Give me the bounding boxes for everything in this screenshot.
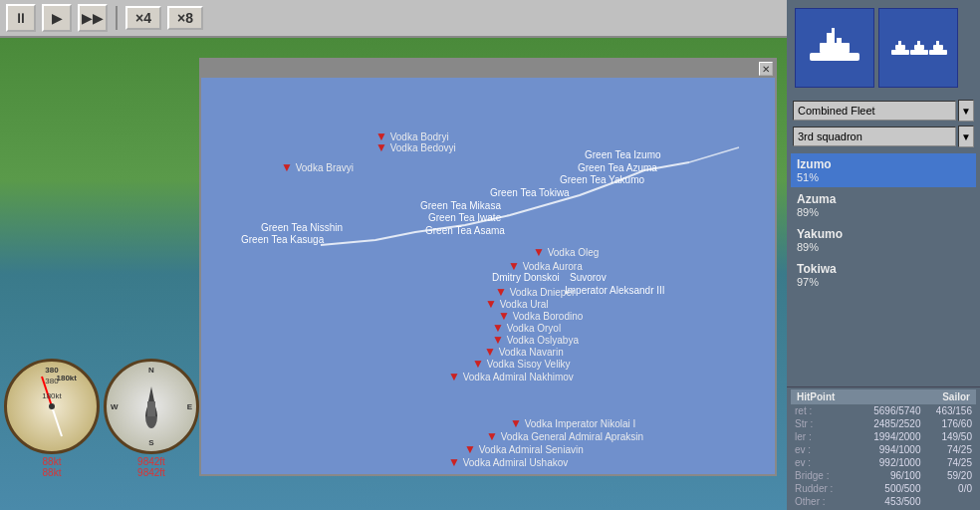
altitude-display-1: 9842ft	[137, 456, 165, 467]
ship-imperator-aleksandr: Imperator Aleksandr III	[565, 285, 665, 296]
speed-display-1: 88kt	[43, 456, 62, 467]
svg-rect-10	[810, 53, 859, 61]
svg-rect-22	[933, 45, 943, 50]
svg-rect-17	[898, 41, 901, 45]
map-close-button[interactable]: ✕	[759, 62, 773, 76]
svg-rect-23	[936, 41, 939, 45]
svg-line-4	[689, 147, 739, 162]
speed-x8-label[interactable]: ×8	[167, 6, 203, 30]
instruments-panel: 380 180kt 380 180kt 88kt 88kt N S E W	[0, 351, 209, 510]
toolbar: ⏸ ▶ ▶▶ ×4 ×8	[0, 0, 787, 38]
ship-icons-row	[787, 0, 980, 96]
stats-row-bridge: Bridge : 96/100 59/20	[791, 469, 976, 482]
map-canvas[interactable]: ▼ Vodka Bodryi ▼ Vodka Bedovyi ▼ Vodka B…	[201, 78, 775, 474]
dropdowns-section: Combined Fleet ▼ 3rd squadron ▼	[787, 96, 980, 151]
svg-rect-11	[820, 43, 850, 53]
ship-green-tea-azuma: Green Tea Azuma	[578, 162, 657, 173]
stats-row-ev1: ev : 994/1000 74/25	[791, 443, 976, 456]
stats-row-other: Other : 453/500	[791, 495, 976, 508]
pause-button[interactable]: ⏸	[6, 4, 36, 32]
stats-row-str: Str : 2485/2520 176/60	[791, 417, 976, 430]
tactical-map: ✕ ▼ Vodka Bodryi ▼ Vodka Bedovyi ▼ Vodka…	[199, 58, 777, 476]
ship-vodka-seniavin: ▼ Vodka Admiral Seniavin	[464, 442, 584, 456]
play-button[interactable]: ▶	[42, 4, 72, 32]
ship-list-item-tokiwa[interactable]: Tokiwa 97%	[791, 258, 976, 292]
ship-green-tea-yakumo: Green Tea Yakumo	[560, 174, 644, 185]
fast-forward-button[interactable]: ▶▶	[78, 4, 108, 32]
svg-line-6	[52, 406, 62, 436]
stats-row-ev2: ev : 992/1000 74/25	[791, 456, 976, 469]
ship-vodka-aurora: ▼ Vodka Aurora	[508, 259, 583, 273]
svg-rect-21	[929, 50, 947, 55]
ship-vodka-nikolai: ▼ Vodka Imperator Nikolai I	[510, 416, 635, 430]
fleet-dropdown-row: Combined Fleet ▼	[793, 100, 974, 122]
svg-rect-12	[827, 33, 835, 43]
svg-rect-9	[147, 401, 155, 416]
svg-rect-20	[917, 41, 920, 45]
stats-row-ret: ret : 5696/5740 463/156	[791, 404, 976, 417]
fleet-path-svg	[201, 78, 775, 474]
ship-green-tea-mikasa: Green Tea Mikasa	[420, 200, 501, 211]
stats-header-hitpoint: HitPoint	[797, 391, 835, 402]
speed-display-2: 88kt	[43, 467, 62, 478]
squadron-dropdown-row: 3rd squadron ▼	[793, 126, 974, 147]
ship-vodka-ushakov: ▼ Vodka Admiral Ushakov	[448, 455, 568, 469]
ship-green-tea-asama: Green Tea Asama	[425, 225, 505, 236]
svg-rect-13	[837, 38, 842, 53]
ship-green-tea-iwate: Green Tea Iwate	[428, 212, 501, 223]
svg-rect-15	[891, 50, 909, 55]
ship-list-item-yakumo[interactable]: Yakumo 89%	[791, 223, 976, 257]
stats-header-sailor: Sailor	[942, 391, 970, 402]
game-area: ✕ ▼ Vodka Bodryi ▼ Vodka Bedovyi ▼ Vodka…	[0, 38, 787, 510]
ship-dmitry-donskoi: Dmitry Donskoi	[492, 272, 560, 283]
ship-icon-destroyer[interactable]	[878, 8, 958, 88]
speed-x4-label[interactable]: ×4	[125, 6, 161, 30]
ship-icon-cruiser[interactable]	[795, 8, 874, 88]
ship-vodka-bedovyi: ▼ Vodka Bedovyi	[375, 140, 456, 154]
stats-table: HitPoint Sailor ret : 5696/5740 463/156 …	[787, 386, 980, 510]
ship-vodka-sisoy: ▼ Vodka Sisoy Veliky	[472, 357, 571, 371]
ship-green-tea-nisshin: Green Tea Nisshin	[261, 222, 343, 233]
svg-rect-16	[895, 45, 905, 50]
stats-row-rudder: Rudder : 500/500 0/0	[791, 482, 976, 495]
altitude-display-2: 9842ft	[137, 467, 165, 478]
ship-green-tea-izumo: Green Tea Izumo	[585, 149, 661, 160]
squadron-select[interactable]: 3rd squadron	[793, 127, 956, 146]
speed-compass: 380 180kt 380 180kt	[4, 359, 100, 454]
stats-row-ler: ler : 1994/2000 149/50	[791, 430, 976, 443]
ship-list-item-azuma[interactable]: Azuma 89%	[791, 188, 976, 222]
map-titlebar: ✕	[201, 60, 775, 78]
squadron-dropdown-arrow[interactable]: ▼	[958, 126, 974, 147]
svg-rect-14	[832, 28, 835, 33]
ship-vodka-apraksin: ▼ Vodka General Admiral Apraksin	[486, 429, 643, 443]
fleet-dropdown-arrow[interactable]: ▼	[958, 100, 974, 122]
ship-suvorov: Suvorov	[570, 272, 607, 283]
ship-vodka-bravyi: ▼ Vodka Bravyi	[281, 160, 354, 174]
ship-green-tea-tokiwa: Green Tea Tokiwa	[490, 187, 570, 198]
stats-header: HitPoint Sailor	[791, 389, 976, 404]
ship-vodka-oleg: ▼ Vodka Oleg	[533, 245, 599, 259]
ship-list-item-izumo[interactable]: Izumo 51%	[791, 153, 976, 187]
ship-list: Izumo 51% Azuma 89% Yakumo 89% Tokiwa 97…	[787, 151, 980, 386]
bearing-compass: N S E W	[104, 359, 199, 454]
svg-rect-19	[914, 45, 924, 50]
ship-green-tea-kasuga: Green Tea Kasuga	[241, 234, 324, 245]
toolbar-separator	[116, 6, 118, 30]
right-panel: Combined Fleet ▼ 3rd squadron ▼ Izumo 51…	[787, 0, 980, 510]
fleet-select[interactable]: Combined Fleet	[793, 101, 956, 121]
svg-rect-18	[910, 50, 928, 55]
ship-vodka-nakhimov: ▼ Vodka Admiral Nakhimov	[448, 370, 574, 383]
